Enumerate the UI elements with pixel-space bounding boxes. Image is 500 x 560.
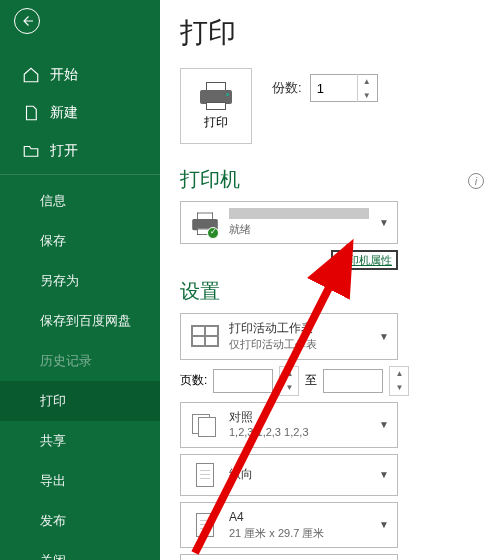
to-down[interactable]: ▼ [390, 381, 408, 395]
sidebar-saveas[interactable]: 另存为 [0, 261, 160, 301]
from-up[interactable]: ▲ [280, 367, 298, 381]
sidebar-export[interactable]: 导出 [0, 461, 160, 501]
sidebar-print[interactable]: 打印 [0, 381, 160, 421]
printer-properties-link[interactable]: 打印机属性 [331, 250, 398, 270]
orientation-icon [196, 463, 214, 487]
paper-icon [196, 513, 214, 537]
home-icon [22, 66, 40, 84]
chevron-down-icon: ▼ [379, 469, 389, 480]
chevron-down-icon: ▼ [379, 217, 389, 228]
print-button[interactable]: 打印 [180, 68, 252, 144]
sidebar-history[interactable]: 历史记录 [0, 341, 160, 381]
back-button[interactable] [14, 8, 40, 34]
copies-label: 份数: [272, 79, 302, 97]
copies-input[interactable] [311, 81, 357, 96]
line2: 仅打印活动工作表 [229, 337, 371, 352]
sidebar-home[interactable]: 开始 [0, 56, 160, 94]
sidebar-close[interactable]: 关闭 [0, 541, 160, 560]
line1: 对照 [229, 409, 371, 426]
seq: 1,2,3 1,2,3 1,2,3 [229, 425, 371, 440]
line1: 纵向 [229, 466, 371, 483]
page-title: 打印 [180, 0, 500, 68]
print-button-label: 打印 [204, 114, 228, 131]
copies-down[interactable]: ▼ [358, 88, 376, 102]
sheets-icon [191, 325, 219, 347]
sidebar-info[interactable]: 信息 [0, 181, 160, 221]
pages-label: 页数: [180, 372, 207, 389]
sidebar-save[interactable]: 保存 [0, 221, 160, 261]
line1: 打印活动工作表 [229, 320, 371, 337]
chevron-down-icon: ▼ [379, 419, 389, 430]
from-down[interactable]: ▼ [280, 381, 298, 395]
back-arrow-icon [18, 12, 36, 30]
copies-up[interactable]: ▲ [358, 74, 376, 88]
printer-small-icon [189, 209, 221, 237]
sidebar-open[interactable]: 打开 [0, 132, 160, 175]
printer-section-label: 打印机 [180, 166, 240, 193]
printer-icon [200, 82, 232, 108]
printer-dropdown[interactable]: 就绪 ▼ [180, 201, 398, 244]
sidebar-share[interactable]: 共享 [0, 421, 160, 461]
sidebar-new[interactable]: 新建 [0, 94, 160, 132]
sidebar-publish[interactable]: 发布 [0, 501, 160, 541]
orientation-dropdown[interactable]: 纵向 ▼ [180, 454, 398, 496]
print-sheets-dropdown[interactable]: 打印活动工作表 仅打印活动工作表 ▼ [180, 313, 398, 359]
pages-to-label: 至 [305, 372, 317, 389]
pages-to-input[interactable] [323, 369, 383, 393]
line2: 21 厘米 x 29.7 厘米 [229, 526, 371, 541]
settings-section-label: 设置 [180, 278, 500, 305]
paper-dropdown[interactable]: A4 21 厘米 x 29.7 厘米 ▼ [180, 502, 398, 548]
file-icon [22, 104, 40, 122]
label: 新建 [50, 104, 78, 122]
label: 开始 [50, 66, 78, 84]
chevron-down-icon: ▼ [379, 519, 389, 530]
open-icon [22, 142, 40, 160]
collate-dropdown[interactable]: 对照 1,2,3 1,2,3 1,2,3 ▼ [180, 402, 398, 448]
label: 打开 [50, 142, 78, 160]
info-icon[interactable]: i [468, 173, 484, 189]
sidebar-baidu[interactable]: 保存到百度网盘 [0, 301, 160, 341]
copies-input-wrap: ▲ ▼ [310, 74, 378, 102]
margin-dropdown[interactable]: 正常边距 ▼ [180, 554, 398, 560]
collate-icon [192, 414, 218, 436]
pages-from-input[interactable] [213, 369, 273, 393]
to-up[interactable]: ▲ [390, 367, 408, 381]
chevron-down-icon: ▼ [379, 331, 389, 342]
line1: A4 [229, 509, 371, 526]
printer-status: 就绪 [229, 222, 371, 237]
